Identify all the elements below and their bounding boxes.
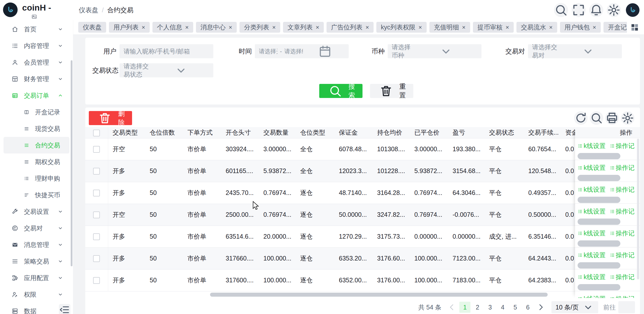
page-2[interactable]: 2 [472, 302, 483, 313]
close-icon[interactable]: × [366, 24, 369, 31]
tab-充值明细[interactable]: 充值明细× [429, 22, 470, 33]
page-3[interactable]: 3 [485, 302, 496, 313]
sidebar-item-会员管理[interactable]: 会员管理 [0, 54, 73, 71]
tab-文章列表[interactable]: 文章列表× [283, 22, 324, 33]
kline-settings-link[interactable]: k线设置 [578, 251, 606, 259]
close-icon[interactable]: × [142, 24, 145, 31]
sidebar-item-首页[interactable]: 首页 [0, 21, 73, 37]
operation-record-link[interactable]: 操作记 [610, 229, 635, 237]
sidebar-item-交易对[interactable]: 交易对 [0, 220, 73, 236]
avatar[interactable] [626, 3, 639, 17]
sidebar-item-应用配置[interactable]: 应用配置 [0, 270, 73, 286]
row-checkbox[interactable] [93, 168, 100, 175]
close-icon[interactable]: × [593, 24, 596, 31]
operation-record-link[interactable]: 操作记 [610, 142, 635, 150]
close-icon[interactable]: × [229, 24, 232, 31]
close-icon[interactable]: × [272, 24, 276, 31]
next-page-button[interactable] [536, 302, 546, 312]
status-select[interactable]: 请选择交易状态 [119, 63, 213, 77]
close-icon[interactable]: × [549, 24, 553, 31]
search-button[interactable] [554, 3, 568, 17]
time-range-picker[interactable]: 请选择开始时间 - 请选择结束时间 [255, 44, 349, 58]
sidebar-item-交易设置[interactable]: 交易设置 [0, 203, 73, 220]
column-search-button[interactable] [590, 111, 603, 125]
tab-用户钱包[interactable]: 用户钱包× [560, 22, 601, 33]
tab-消息中心[interactable]: 消息中心× [196, 22, 237, 33]
close-icon[interactable]: × [185, 24, 189, 31]
table-settings-button[interactable] [621, 111, 634, 125]
page-6[interactable]: 6 [522, 302, 533, 313]
user-filter-input[interactable] [119, 44, 213, 58]
close-icon[interactable]: × [462, 24, 466, 31]
operation-record-link[interactable]: 操作记 [610, 207, 635, 216]
tab-广告位列表[interactable]: 广告位列表× [327, 22, 374, 33]
close-icon[interactable]: × [506, 24, 509, 31]
operation-record-link[interactable]: 操作记 [610, 251, 635, 259]
sidebar-item-期权交易[interactable]: 期权交易 [4, 153, 69, 170]
tab-分类列表[interactable]: 分类列表× [239, 22, 280, 33]
tab-kyc列表权限[interactable]: kyc列表权限× [376, 22, 427, 33]
delete-button[interactable]: 删除 [89, 111, 132, 125]
goto-page-input[interactable] [618, 301, 635, 313]
kline-settings-link[interactable]: k线设置 [578, 273, 606, 281]
page-size-select[interactable]: 10 条/页 [551, 301, 598, 313]
refresh-button[interactable] [574, 111, 588, 125]
settings-button[interactable] [607, 3, 621, 17]
page-4[interactable]: 4 [497, 302, 508, 313]
row-checkbox[interactable] [93, 212, 100, 218]
prev-page-button[interactable] [447, 302, 457, 312]
row-checkbox[interactable] [93, 146, 100, 153]
tab-仪表盘[interactable]: 仪表盘 [78, 22, 106, 33]
kline-settings-link[interactable]: k线设置 [578, 142, 606, 150]
close-icon[interactable]: × [419, 24, 422, 31]
cell: 601165.... [221, 160, 259, 182]
operation-record-link[interactable]: 操作记 [610, 273, 635, 281]
tab-用户列表[interactable]: 用户列表× [109, 22, 150, 33]
tab-开盒记录[interactable]: 开盒记录× [603, 22, 627, 33]
sidebar-item-开盒记录[interactable]: 开盒记录 [4, 104, 69, 120]
row-checkbox[interactable] [93, 233, 100, 240]
page-5[interactable]: 5 [510, 302, 521, 313]
table-vertical-scrollbar[interactable] [637, 139, 639, 279]
kline-settings-link[interactable]: k线设置 [578, 185, 606, 194]
coin-select-placeholder: 请选择币种 [392, 43, 415, 60]
sidebar-item-交易订单[interactable]: 交易订单 [0, 87, 73, 104]
tab-交易流水[interactable]: 交易流水× [516, 22, 557, 33]
tab-个人信息[interactable]: 个人信息× [152, 22, 193, 33]
sidebar-item-消息管理[interactable]: 消息管理 [0, 236, 73, 253]
sidebar-item-理财申购[interactable]: 理财申购 [4, 170, 69, 187]
page-1[interactable]: 1 [459, 302, 470, 313]
sidebar-item-策略交易[interactable]: 策略交易 [0, 253, 73, 270]
sidebar-item-内容管理[interactable]: 内容管理 [0, 37, 73, 54]
row-checkbox[interactable] [93, 255, 100, 262]
sidebar-scrollbar[interactable] [71, 60, 72, 266]
coin-select[interactable]: 请选择币种 [388, 44, 481, 58]
search-submit-button[interactable]: 搜索 [319, 84, 363, 98]
breadcrumb-item[interactable]: 仪表盘 [79, 6, 98, 15]
sidebar-item-快捷买币[interactable]: 快捷买币 [4, 187, 69, 203]
sidebar-item-权限[interactable]: 权限 [0, 286, 73, 303]
select-all-checkbox[interactable] [93, 130, 100, 136]
fullscreen-button[interactable] [572, 3, 586, 17]
pair-select[interactable]: 请选择交易对 [528, 44, 622, 58]
operation-record-link[interactable]: 操作记 [610, 164, 635, 172]
table-horizontal-scrollbar[interactable] [210, 293, 548, 297]
tab-grid-icon[interactable] [630, 23, 639, 32]
sidebar-item-财务管理[interactable]: 财务管理 [0, 71, 73, 87]
sidebar-item-合约交易[interactable]: 合约交易 [4, 137, 69, 153]
operation-record-link[interactable]: 操作记 [610, 185, 635, 194]
kline-settings-link[interactable]: k线设置 [578, 229, 606, 237]
sidebar-item-现货交易[interactable]: 现货交易 [4, 120, 69, 137]
tab-提币审核[interactable]: 提币审核× [473, 22, 514, 33]
sidebar-collapse-button[interactable] [59, 304, 70, 314]
row-checkbox[interactable] [93, 190, 100, 196]
kline-settings-link[interactable]: k线设置 [578, 207, 606, 216]
kline-settings-link[interactable]: k线设置 [578, 164, 606, 172]
operation-record-link[interactable]: 操作记 [610, 295, 635, 298]
row-checkbox[interactable] [93, 277, 100, 284]
print-button[interactable] [605, 111, 619, 125]
notifications-button[interactable] [589, 3, 603, 17]
reset-button[interactable]: 重置 [370, 84, 413, 98]
close-icon[interactable]: × [316, 24, 319, 31]
kline-settings-link[interactable]: k线设置 [578, 295, 606, 298]
